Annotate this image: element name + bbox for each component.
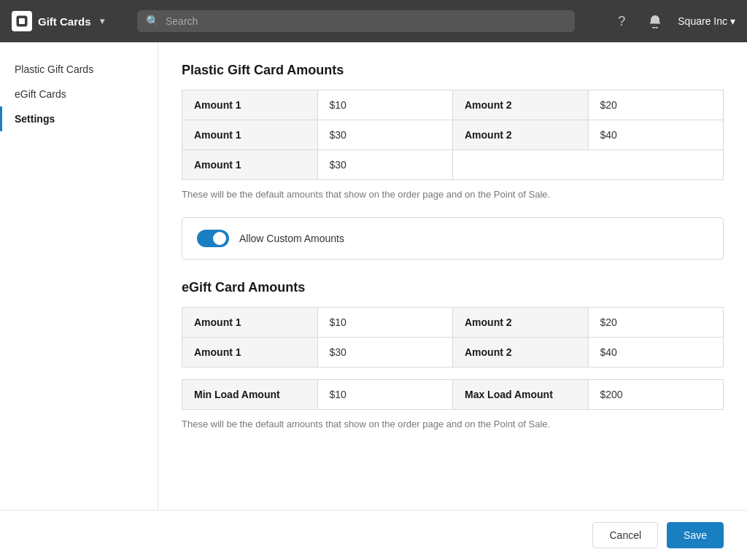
plastic-row-3: Amount 1 $30 xyxy=(182,150,724,180)
svg-rect-1 xyxy=(19,18,25,24)
plastic-row2-col1-label: Amount 1 xyxy=(182,120,318,150)
help-icon[interactable]: ? xyxy=(611,10,632,32)
nav-brand[interactable]: Gift Cards ▾ xyxy=(12,11,128,31)
egift-section-title: eGift Card Amounts xyxy=(182,280,724,295)
search-bar[interactable]: 🔍 xyxy=(137,10,575,32)
plastic-row1-col2-value: $20 xyxy=(588,90,724,120)
square-brand-icon xyxy=(12,11,32,31)
egift-row-1: Amount 1 $10 Amount 2 $20 xyxy=(182,308,724,338)
plastic-amounts-table: Amount 1 $10 Amount 2 $20 Amount 1 $30 A… xyxy=(182,90,724,180)
egift-row1-col2-label: Amount 2 xyxy=(453,308,589,338)
plastic-row2-col2-label: Amount 2 xyxy=(453,120,589,150)
search-input[interactable] xyxy=(166,15,566,27)
egift-row-2: Amount 1 $30 Amount 2 $40 xyxy=(182,338,724,368)
user-label: Square Inc xyxy=(678,15,727,27)
user-chevron-icon: ▾ xyxy=(730,15,735,27)
plastic-row3-col1-label: Amount 1 xyxy=(182,150,318,180)
egift-load-row: Min Load Amount $10 Max Load Amount $200 xyxy=(182,380,724,410)
toggle-slider xyxy=(197,230,229,247)
egift-row2-col2-label: Amount 2 xyxy=(453,338,589,368)
app-title: Gift Cards xyxy=(38,15,91,28)
main-layout: Plastic Gift Cards eGift Cards Settings … xyxy=(0,42,747,510)
plastic-row3-empty xyxy=(453,150,724,180)
plastic-row1-col2-label: Amount 2 xyxy=(453,90,589,120)
plastic-hint: These will be the default amounts that s… xyxy=(182,189,724,200)
egift-row2-col1-label: Amount 1 xyxy=(182,338,318,368)
main-content: Plastic Gift Card Amounts Amount 1 $10 A… xyxy=(158,42,747,510)
footer: Cancel Save xyxy=(0,510,747,560)
brand-chevron-icon: ▾ xyxy=(100,16,104,26)
egift-row2-col2-value: $40 xyxy=(588,338,724,368)
egift-hint: These will be the default amounts that s… xyxy=(182,419,724,429)
custom-amounts-toggle[interactable] xyxy=(197,230,229,247)
sidebar-label-settings: Settings xyxy=(15,113,55,125)
plastic-row3-col1-value: $30 xyxy=(317,150,453,180)
plastic-row-2: Amount 1 $30 Amount 2 $40 xyxy=(182,120,724,150)
min-load-value: $10 xyxy=(317,380,453,410)
custom-amounts-toggle-section: Allow Custom Amounts xyxy=(182,217,724,260)
egift-row2-col1-value: $30 xyxy=(317,338,453,368)
plastic-row2-col2-value: $40 xyxy=(588,120,724,150)
egift-row1-col1-value: $10 xyxy=(317,308,453,338)
plastic-section-title: Plastic Gift Card Amounts xyxy=(182,63,724,78)
user-menu[interactable]: Square Inc ▾ xyxy=(678,15,735,27)
top-nav: Gift Cards ▾ 🔍 ? Square Inc ▾ xyxy=(0,0,747,42)
plastic-row1-col1-label: Amount 1 xyxy=(182,90,318,120)
sidebar-item-plastic-gift-cards[interactable]: Plastic Gift Cards xyxy=(0,57,158,82)
plastic-row1-col1-value: $10 xyxy=(317,90,453,120)
sidebar-label-plastic-gift-cards: Plastic Gift Cards xyxy=(15,63,93,75)
min-load-label: Min Load Amount xyxy=(182,380,318,410)
egift-amounts-table: Amount 1 $10 Amount 2 $20 Amount 1 $30 A… xyxy=(182,307,724,368)
egift-row1-col1-label: Amount 1 xyxy=(182,308,318,338)
egift-load-table: Min Load Amount $10 Max Load Amount $200 xyxy=(182,379,724,410)
max-load-value: $200 xyxy=(588,380,724,410)
max-load-label: Max Load Amount xyxy=(453,380,589,410)
cancel-button[interactable]: Cancel xyxy=(592,522,658,548)
nav-actions: ? Square Inc ▾ xyxy=(611,10,735,32)
plastic-row-1: Amount 1 $10 Amount 2 $20 xyxy=(182,90,724,120)
sidebar-label-egift-cards: eGift Cards xyxy=(15,88,66,100)
sidebar-item-egift-cards[interactable]: eGift Cards xyxy=(0,82,158,106)
save-button[interactable]: Save xyxy=(667,522,724,548)
sidebar: Plastic Gift Cards eGift Cards Settings xyxy=(0,42,158,510)
notifications-icon[interactable] xyxy=(644,10,666,32)
plastic-row2-col1-value: $30 xyxy=(317,120,453,150)
custom-amounts-label: Allow Custom Amounts xyxy=(239,233,344,244)
search-icon: 🔍 xyxy=(146,15,160,28)
sidebar-item-settings[interactable]: Settings xyxy=(0,106,158,131)
egift-row1-col2-value: $20 xyxy=(588,308,724,338)
